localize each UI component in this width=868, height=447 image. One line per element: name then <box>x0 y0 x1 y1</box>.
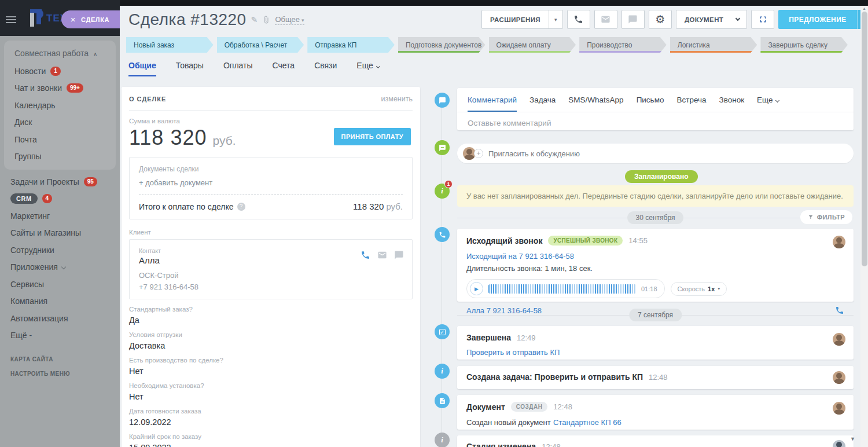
sidebar-item-services[interactable]: Сервисы <box>0 276 120 293</box>
field-has-production: Есть производство по сделке?Нет <box>129 356 413 377</box>
avatar <box>833 440 845 447</box>
sidebar-item-more[interactable]: Ещё - <box>0 327 120 345</box>
comment-input[interactable]: Оставьте комментарий <box>457 112 854 135</box>
sidebar-item-news[interactable]: Новости 1 <box>4 63 116 80</box>
tab-products[interactable]: Товары <box>176 61 204 76</box>
help-icon[interactable]: ? <box>237 203 245 211</box>
sidebar-item-mail[interactable]: Почта <box>4 131 116 148</box>
hamburger-menu-icon[interactable] <box>6 14 16 25</box>
add-participant-icon[interactable]: + <box>474 149 483 158</box>
envelope-icon[interactable] <box>377 250 387 260</box>
avatar <box>833 333 845 346</box>
tab-general[interactable]: Общие <box>128 61 156 76</box>
call-card: Исходящий звонок УСПЕШНЫЙ ЗВОНОК 14:55 И… <box>457 229 854 302</box>
stage-production[interactable]: Производство <box>579 37 667 53</box>
edit-title-icon[interactable]: ✎ <box>251 15 258 24</box>
sidebar-item-calendar[interactable]: Календарь <box>4 97 116 114</box>
stage-prepare-documents[interactable]: Подготовка документов <box>398 37 486 53</box>
timeline-tab-task[interactable]: Задача <box>529 96 556 112</box>
timeline-tab-sms-whatsapp[interactable]: SMS/WhatsApp <box>568 96 623 112</box>
timeline-tab-meeting[interactable]: Встреча <box>676 96 706 112</box>
deal-info-card: О СДЕЛКЕ изменить Сумма и валюта 118 320… <box>122 87 420 447</box>
settings-button[interactable]: ⚙ <box>649 10 672 29</box>
scrollbar-thumb[interactable] <box>862 12 867 266</box>
audio-waveform[interactable] <box>488 284 636 294</box>
tab-payments[interactable]: Оплаты <box>223 61 253 76</box>
document-link[interactable]: Стандартное КП 66 <box>553 418 621 427</box>
amount-label: Сумма и валюта <box>129 118 413 124</box>
timeline-tab-comment[interactable]: Комментарий <box>468 96 517 112</box>
date-separator: 30 сентября ФИЛЬТР <box>457 211 854 224</box>
client-company[interactable]: ОСК-Строй <box>139 271 403 280</box>
client-phone[interactable]: +7 921 316-64-58 <box>139 283 403 291</box>
documents-label: Документы сделки <box>139 165 403 173</box>
stage-close-deal[interactable]: Завершить сделку <box>760 37 848 53</box>
caret-down-icon: ▾ <box>301 17 304 23</box>
tab-links[interactable]: Связи <box>314 61 337 76</box>
playback-speed-button[interactable]: Скорость 1x ▾ <box>671 282 727 296</box>
chat-bubble-icon[interactable] <box>394 250 404 260</box>
copy-link-icon[interactable] <box>262 16 270 24</box>
filter-button[interactable]: ФИЛЬТР <box>800 210 852 224</box>
scroll-up-arrow-icon[interactable]: ▲ <box>860 6 868 10</box>
add-document-link[interactable]: + добавить документ <box>139 178 403 187</box>
proposal-button[interactable]: ПРЕДЛОЖЕНИЕ ▾ <box>778 10 868 29</box>
avatar <box>833 371 845 384</box>
tab-more[interactable]: Еще <box>356 61 380 76</box>
logo-mark-icon <box>25 9 43 28</box>
task-link[interactable]: Проверить и отправить КП <box>466 348 560 357</box>
document-card: Документ СОЗДАН 12:48 Создан новый докум… <box>457 395 854 430</box>
no-planned-notice: У вас нет запланированных дел. Передвинь… <box>457 185 854 207</box>
deal-toolbar: РАСШИРЕНИЯ ▾ ⚙ ДОКУМЕНТ <box>481 10 868 29</box>
sidebar-item-applications[interactable]: Приложения <box>0 259 120 276</box>
sidebar-item-chat-calls[interactable]: Чат и звонки 99+ <box>4 80 116 97</box>
timeline-tab-call[interactable]: Звонок <box>719 96 745 112</box>
deal-amount: 118 320 <box>129 126 207 150</box>
page-scrollbar[interactable]: ▲ <box>860 6 868 447</box>
call-button[interactable] <box>567 10 590 29</box>
pipeline-category-selector[interactable]: Общее▾ <box>275 15 304 25</box>
app-topbar: ТЕХП × СДЕЛКА <box>0 0 120 36</box>
sidebar-group-collaboration: Совместная работа ∧ Новости 1 Чат и звон… <box>4 41 116 170</box>
top-dark-strip <box>0 0 868 6</box>
sidebar-item-groups[interactable]: Группы <box>4 148 116 166</box>
tab-invoices[interactable]: Счета <box>273 61 295 76</box>
sidebar-item-sites-stores[interactable]: Сайты и Магазины <box>0 225 120 242</box>
caret-down-icon[interactable]: ▾ <box>549 17 562 23</box>
sidebar-item-marketing[interactable]: Маркетинг <box>0 207 120 225</box>
fullscreen-button[interactable] <box>751 10 774 29</box>
scroll-down-caret-icon[interactable]: ▼ <box>850 436 855 442</box>
sidebar-item-crm[interactable]: CRM 4 <box>0 190 120 208</box>
timeline-tab-email[interactable]: Письмо <box>637 96 664 112</box>
accept-payment-button[interactable]: ПРИНЯТЬ ОПЛАТУ <box>334 128 411 145</box>
sidebar-group-header[interactable]: Совместная работа ∧ <box>4 46 116 63</box>
edit-deal-link[interactable]: изменить <box>381 95 413 103</box>
play-button[interactable]: ▶ <box>470 282 483 295</box>
comment-rail-icon <box>435 93 450 108</box>
page-title: Сделка #13220 <box>128 10 247 29</box>
chevron-down-icon <box>61 265 66 269</box>
phone-icon[interactable] <box>361 250 370 260</box>
stage-logistics[interactable]: Логистика <box>670 37 757 53</box>
stage-new-order[interactable]: Новый заказ <box>126 37 214 53</box>
close-icon[interactable]: × <box>71 15 76 24</box>
call-direction-link[interactable]: Исходящий на 7 921 316-64-58 <box>466 252 574 261</box>
sitemap-link[interactable]: КАРТА САЙТА <box>0 352 120 367</box>
stage-awaiting-payment[interactable]: Ожидаем оплату <box>489 37 576 53</box>
deal-slider-tab[interactable]: × СДЕЛКА <box>61 10 120 28</box>
document-button[interactable]: ДОКУМЕНТ <box>676 10 747 29</box>
sidebar-item-tasks-projects[interactable]: Задачи и Проекты 95 <box>0 173 120 190</box>
invite-to-discussion[interactable]: + Пригласить к обсуждению <box>457 144 854 163</box>
stage-send-proposal[interactable]: Отправка КП <box>307 37 395 53</box>
stage-processing[interactable]: Обработка \ Расчет <box>217 37 304 53</box>
timeline-tab-more[interactable]: Еще <box>757 96 778 112</box>
sidebar-item-company[interactable]: Компания <box>0 293 120 310</box>
extensions-button[interactable]: РАСШИРЕНИЯ ▾ <box>481 10 563 29</box>
sidebar-item-employees[interactable]: Сотрудники <box>0 241 120 259</box>
deal-tabs: Общие Товары Оплаты Счета Связи Еще <box>128 61 380 76</box>
configure-menu-link[interactable]: НАСТРОИТЬ МЕНЮ <box>0 367 120 381</box>
timeline-composer-card: Комментарий Задача SMS/WhatsApp Письмо В… <box>457 88 854 130</box>
notice-count-badge: 1 <box>444 180 453 188</box>
sidebar-item-automation[interactable]: Автоматизация <box>0 310 120 327</box>
sidebar-item-disk[interactable]: Диск <box>4 114 116 131</box>
